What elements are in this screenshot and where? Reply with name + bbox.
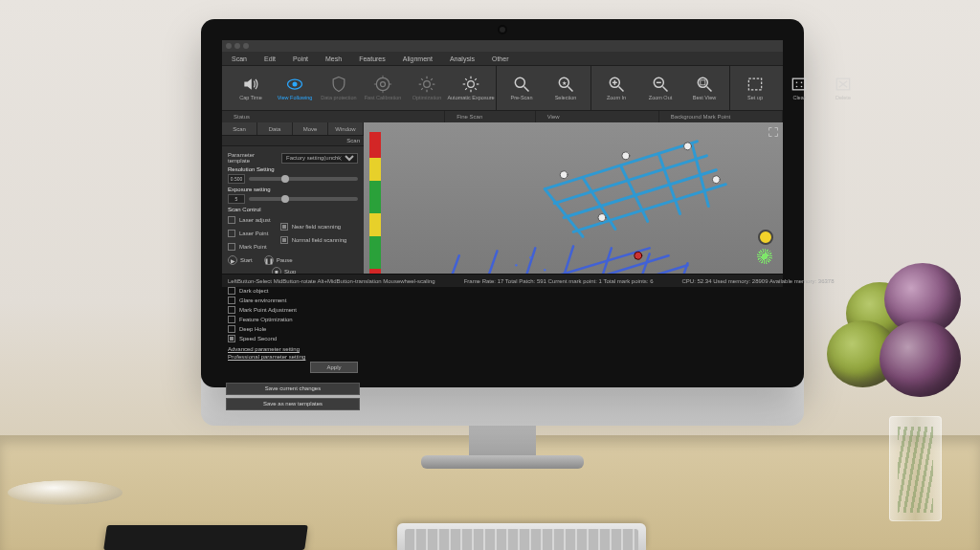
svg-line-19: [524, 87, 529, 92]
automatic-exposure-button[interactable]: Automatic Exposure: [452, 75, 490, 101]
delete-button[interactable]: Delete: [824, 75, 862, 101]
status-bar: LeftButton-Select MidButton-rotate Alt+M…: [222, 274, 783, 287]
svg-point-35: [796, 82, 798, 84]
flowers-prop: [827, 253, 970, 426]
svg-point-3: [381, 82, 386, 87]
svg-line-24: [619, 87, 624, 92]
menubar: ScanEditPointMeshFeaturesAlignmentAnalys…: [222, 52, 783, 65]
best-view-label: Best View: [693, 96, 716, 101]
optimization-button[interactable]: Optimization: [408, 75, 446, 101]
advanced-link[interactable]: Advanced parameter setting: [228, 346, 300, 352]
set-up-button[interactable]: Set up: [736, 75, 774, 101]
resolution-slider[interactable]: [249, 177, 358, 181]
svg-point-71: [560, 171, 568, 179]
svg-point-65: [515, 264, 517, 266]
clear-button[interactable]: Clear: [780, 75, 818, 101]
webcam: [500, 27, 505, 33]
sidebar-tab-scan[interactable]: Scan: [222, 122, 257, 135]
scan-setting-check-3[interactable]: [228, 316, 235, 323]
param-template-select[interactable]: Factory setting(unchk): [281, 153, 358, 164]
zoom-out-button[interactable]: Zoom Out: [641, 75, 679, 101]
laser-adjust-check[interactable]: [228, 216, 235, 224]
menu-mesh[interactable]: Mesh: [325, 55, 342, 62]
svg-point-74: [712, 176, 720, 184]
resolution-header: Resolution Setting: [228, 166, 358, 172]
scan-setting-check-5[interactable]: [228, 335, 235, 342]
toolbar-sections: StatusFine ScanViewBackground Mark Point: [222, 111, 783, 122]
sidebar-tabs: ScanDataMoveWindow: [222, 122, 364, 136]
cap-time-button[interactable]: Cap Time: [232, 75, 270, 101]
svg-point-66: [529, 256, 531, 258]
sidebar-tab-move[interactable]: Move: [293, 122, 328, 135]
window-titlebar: [222, 40, 783, 52]
svg-point-38: [801, 86, 803, 88]
professional-link[interactable]: Professional parameter setting: [228, 354, 305, 360]
pre-scan-button[interactable]: Pre-Scan: [502, 75, 541, 101]
delete-label: Delete: [835, 96, 851, 101]
exposure-slider[interactable]: [249, 197, 358, 201]
optimization-label: Optimization: [412, 96, 442, 101]
save-template-button[interactable]: Save as new templates: [226, 398, 360, 410]
rect-dashed-icon: [746, 75, 765, 94]
menu-other[interactable]: Other: [492, 55, 509, 62]
clear-label: Clear: [792, 96, 805, 101]
automatic-exposure-label: Automatic Exposure: [447, 96, 494, 101]
zoom-out-icon: [651, 75, 670, 94]
svg-line-49: [459, 251, 498, 274]
normal-field-check[interactable]: [280, 236, 288, 244]
indicator-green: [757, 249, 772, 264]
scan-setting-check-0[interactable]: [228, 287, 235, 295]
view-following-label: View Following: [278, 96, 313, 101]
save-changes-button[interactable]: Save current changes: [226, 383, 360, 395]
gear-icon: [417, 75, 436, 94]
svg-point-37: [796, 86, 798, 88]
svg-rect-32: [701, 80, 705, 85]
mark-point-label: Mark Point: [239, 244, 267, 250]
exposure-value[interactable]: 5: [228, 194, 245, 204]
pause-label: Pause: [277, 257, 293, 263]
scan-setting-check-2[interactable]: [228, 306, 235, 314]
menu-edit[interactable]: Edit: [264, 55, 276, 62]
3d-viewport[interactable]: [364, 122, 783, 274]
menu-alignment[interactable]: Alignment: [403, 55, 433, 62]
scan-setting-label-2: Mark Point Adjustment: [239, 307, 297, 313]
sidebar-tab-data[interactable]: Data: [257, 122, 293, 135]
menu-scan[interactable]: Scan: [232, 55, 247, 62]
menu-features[interactable]: Features: [359, 55, 386, 62]
set-up-label: Set up: [747, 96, 763, 101]
near-field-check[interactable]: [280, 223, 288, 231]
best-view-button[interactable]: Best View: [685, 75, 724, 101]
pre-scan-label: Pre-Scan: [511, 96, 533, 101]
zoom-out-label: Zoom Out: [649, 96, 672, 101]
svg-line-31: [707, 87, 712, 92]
status-right: CPU: 52.34 Used memory: 28909 Available …: [682, 278, 835, 284]
start-button[interactable]: ▶Start: [228, 255, 253, 265]
fast-calibration-button[interactable]: Fast Calibration: [364, 75, 402, 101]
pause-button[interactable]: ❚❚Pause: [264, 255, 293, 265]
magnifier-star-icon: ★: [556, 75, 575, 94]
svg-line-50: [497, 248, 535, 274]
menu-analysis[interactable]: Analysis: [450, 55, 475, 62]
resolution-value[interactable]: 0.500: [228, 174, 245, 184]
svg-line-15: [475, 88, 477, 90]
mark-point-check[interactable]: [228, 243, 235, 251]
scan-setting-check-4[interactable]: [228, 325, 235, 333]
zoom-in-icon: [607, 75, 626, 94]
apply-button[interactable]: Apply: [310, 362, 358, 373]
view-following-button[interactable]: View Following: [276, 75, 314, 101]
scan-setting-label-3: Feature Optimization: [239, 317, 293, 322]
sidebar-subtab[interactable]: Scan: [222, 136, 364, 146]
notebook-prop: [103, 525, 308, 550]
data-protection-button[interactable]: Data protection: [320, 75, 358, 101]
app-window: ScanEditPointMeshFeaturesAlignmentAnalys…: [222, 40, 783, 287]
scan-setting-check-1[interactable]: [228, 297, 235, 304]
scan-setting-label-5: Speed Second: [239, 336, 277, 341]
selection-button[interactable]: ★Selection: [546, 75, 585, 101]
svg-line-51: [535, 246, 573, 274]
keyboard-prop: [397, 523, 646, 550]
menu-point[interactable]: Point: [293, 55, 308, 62]
zoom-in-button[interactable]: Zoom In: [597, 75, 635, 101]
laser-point-check[interactable]: [228, 230, 235, 237]
sidebar-tab-window[interactable]: Window: [328, 122, 364, 135]
scan-setting-label-4: Deep Hole: [239, 326, 266, 332]
